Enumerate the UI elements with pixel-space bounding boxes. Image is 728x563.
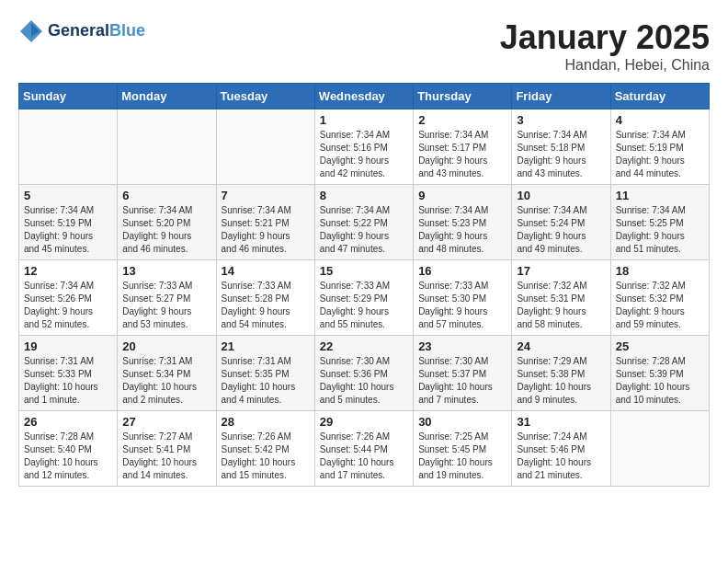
day-info: Sunrise: 7:30 AM Sunset: 5:36 PM Dayligh… xyxy=(320,355,408,407)
page-header: GeneralBlue January 2025 Handan, Hebei, … xyxy=(18,18,710,74)
calendar-cell: 12Sunrise: 7:34 AM Sunset: 5:26 PM Dayli… xyxy=(19,260,118,336)
calendar-cell: 21Sunrise: 7:31 AM Sunset: 5:35 PM Dayli… xyxy=(216,336,314,411)
day-number: 17 xyxy=(517,264,605,278)
calendar-cell: 27Sunrise: 7:27 AM Sunset: 5:41 PM Dayli… xyxy=(118,411,216,487)
day-info: Sunrise: 7:34 AM Sunset: 5:17 PM Dayligh… xyxy=(418,129,506,180)
calendar-cell: 18Sunrise: 7:32 AM Sunset: 5:32 PM Dayli… xyxy=(610,260,709,336)
weekday-header-wednesday: Wednesday xyxy=(314,84,413,109)
calendar-week-row: 19Sunrise: 7:31 AM Sunset: 5:33 PM Dayli… xyxy=(19,336,710,411)
weekday-header-row: SundayMondayTuesdayWednesdayThursdayFrid… xyxy=(19,84,710,109)
day-info: Sunrise: 7:29 AM Sunset: 5:38 PM Dayligh… xyxy=(517,355,605,407)
day-info: Sunrise: 7:34 AM Sunset: 5:19 PM Dayligh… xyxy=(24,204,112,256)
calendar-cell: 16Sunrise: 7:33 AM Sunset: 5:30 PM Dayli… xyxy=(414,260,512,336)
calendar-cell: 2Sunrise: 7:34 AM Sunset: 5:17 PM Daylig… xyxy=(414,109,512,185)
day-info: Sunrise: 7:34 AM Sunset: 5:22 PM Dayligh… xyxy=(320,204,408,256)
calendar-cell xyxy=(216,109,314,185)
day-number: 30 xyxy=(418,415,506,429)
day-number: 22 xyxy=(320,339,408,353)
day-info: Sunrise: 7:33 AM Sunset: 5:30 PM Dayligh… xyxy=(418,280,506,331)
calendar-week-row: 26Sunrise: 7:28 AM Sunset: 5:40 PM Dayli… xyxy=(19,411,710,487)
calendar-cell: 19Sunrise: 7:31 AM Sunset: 5:33 PM Dayli… xyxy=(19,336,118,411)
day-info: Sunrise: 7:34 AM Sunset: 5:21 PM Dayligh… xyxy=(222,204,310,256)
calendar-cell xyxy=(610,411,709,487)
day-number: 5 xyxy=(24,189,112,202)
day-info: Sunrise: 7:32 AM Sunset: 5:31 PM Dayligh… xyxy=(517,280,605,331)
day-info: Sunrise: 7:28 AM Sunset: 5:40 PM Dayligh… xyxy=(24,431,112,482)
day-number: 15 xyxy=(320,264,408,278)
day-info: Sunrise: 7:26 AM Sunset: 5:42 PM Dayligh… xyxy=(222,431,310,482)
day-number: 16 xyxy=(418,264,506,278)
calendar-week-row: 12Sunrise: 7:34 AM Sunset: 5:26 PM Dayli… xyxy=(19,260,710,336)
day-number: 21 xyxy=(222,339,310,353)
calendar-cell: 22Sunrise: 7:30 AM Sunset: 5:36 PM Dayli… xyxy=(314,336,413,411)
day-info: Sunrise: 7:32 AM Sunset: 5:32 PM Dayligh… xyxy=(616,280,704,331)
calendar-cell: 4Sunrise: 7:34 AM Sunset: 5:19 PM Daylig… xyxy=(610,109,709,185)
day-number: 7 xyxy=(222,189,310,202)
calendar-cell: 9Sunrise: 7:34 AM Sunset: 5:23 PM Daylig… xyxy=(414,185,512,260)
weekday-header-monday: Monday xyxy=(118,84,216,109)
day-number: 25 xyxy=(616,339,704,353)
day-info: Sunrise: 7:34 AM Sunset: 5:24 PM Dayligh… xyxy=(517,204,605,256)
day-number: 3 xyxy=(517,113,605,127)
day-number: 23 xyxy=(418,339,506,353)
day-info: Sunrise: 7:25 AM Sunset: 5:45 PM Dayligh… xyxy=(418,431,506,482)
calendar-cell: 20Sunrise: 7:31 AM Sunset: 5:34 PM Dayli… xyxy=(118,336,216,411)
calendar-cell: 7Sunrise: 7:34 AM Sunset: 5:21 PM Daylig… xyxy=(216,185,314,260)
calendar-cell: 10Sunrise: 7:34 AM Sunset: 5:24 PM Dayli… xyxy=(512,185,610,260)
calendar-cell: 17Sunrise: 7:32 AM Sunset: 5:31 PM Dayli… xyxy=(512,260,610,336)
day-info: Sunrise: 7:34 AM Sunset: 5:26 PM Dayligh… xyxy=(24,280,112,331)
calendar-cell: 28Sunrise: 7:26 AM Sunset: 5:42 PM Dayli… xyxy=(216,411,314,487)
day-number: 24 xyxy=(517,339,605,353)
calendar-cell: 14Sunrise: 7:33 AM Sunset: 5:28 PM Dayli… xyxy=(216,260,314,336)
calendar-cell: 30Sunrise: 7:25 AM Sunset: 5:45 PM Dayli… xyxy=(414,411,512,487)
calendar-cell: 31Sunrise: 7:24 AM Sunset: 5:46 PM Dayli… xyxy=(512,411,610,487)
calendar-cell: 3Sunrise: 7:34 AM Sunset: 5:18 PM Daylig… xyxy=(512,109,610,185)
calendar-cell: 1Sunrise: 7:34 AM Sunset: 5:16 PM Daylig… xyxy=(314,109,413,185)
weekday-header-sunday: Sunday xyxy=(19,84,118,109)
day-number: 2 xyxy=(418,113,506,127)
day-info: Sunrise: 7:34 AM Sunset: 5:19 PM Dayligh… xyxy=(616,129,704,180)
logo: GeneralBlue xyxy=(18,18,145,44)
day-number: 4 xyxy=(616,113,704,127)
day-number: 28 xyxy=(222,415,310,429)
day-info: Sunrise: 7:27 AM Sunset: 5:41 PM Dayligh… xyxy=(122,431,210,482)
day-info: Sunrise: 7:31 AM Sunset: 5:33 PM Dayligh… xyxy=(24,355,112,407)
day-number: 31 xyxy=(517,415,605,429)
day-info: Sunrise: 7:33 AM Sunset: 5:29 PM Dayligh… xyxy=(320,280,408,331)
day-number: 12 xyxy=(24,264,112,278)
weekday-header-tuesday: Tuesday xyxy=(216,84,314,109)
logo-icon xyxy=(18,18,44,44)
calendar-cell: 6Sunrise: 7:34 AM Sunset: 5:20 PM Daylig… xyxy=(118,185,216,260)
logo-text: GeneralBlue xyxy=(48,22,145,40)
day-info: Sunrise: 7:34 AM Sunset: 5:23 PM Dayligh… xyxy=(418,204,506,256)
day-info: Sunrise: 7:26 AM Sunset: 5:44 PM Dayligh… xyxy=(320,431,408,482)
day-number: 9 xyxy=(418,189,506,202)
day-number: 27 xyxy=(122,415,210,429)
day-info: Sunrise: 7:33 AM Sunset: 5:27 PM Dayligh… xyxy=(122,280,210,331)
day-number: 13 xyxy=(122,264,210,278)
day-number: 19 xyxy=(24,339,112,353)
calendar-cell: 26Sunrise: 7:28 AM Sunset: 5:40 PM Dayli… xyxy=(19,411,118,487)
calendar-cell: 29Sunrise: 7:26 AM Sunset: 5:44 PM Dayli… xyxy=(314,411,413,487)
day-info: Sunrise: 7:34 AM Sunset: 5:25 PM Dayligh… xyxy=(616,204,704,256)
day-info: Sunrise: 7:34 AM Sunset: 5:16 PM Dayligh… xyxy=(320,129,408,180)
day-info: Sunrise: 7:28 AM Sunset: 5:39 PM Dayligh… xyxy=(616,355,704,407)
day-number: 10 xyxy=(517,189,605,202)
calendar-cell: 5Sunrise: 7:34 AM Sunset: 5:19 PM Daylig… xyxy=(19,185,118,260)
day-number: 26 xyxy=(24,415,112,429)
weekday-header-thursday: Thursday xyxy=(414,84,512,109)
day-info: Sunrise: 7:31 AM Sunset: 5:35 PM Dayligh… xyxy=(222,355,310,407)
calendar-cell: 11Sunrise: 7:34 AM Sunset: 5:25 PM Dayli… xyxy=(610,185,709,260)
day-number: 29 xyxy=(320,415,408,429)
calendar-table: SundayMondayTuesdayWednesdayThursdayFrid… xyxy=(18,83,710,487)
calendar-cell: 15Sunrise: 7:33 AM Sunset: 5:29 PM Dayli… xyxy=(314,260,413,336)
day-number: 8 xyxy=(320,189,408,202)
day-info: Sunrise: 7:30 AM Sunset: 5:37 PM Dayligh… xyxy=(418,355,506,407)
day-number: 6 xyxy=(122,189,210,202)
day-info: Sunrise: 7:31 AM Sunset: 5:34 PM Dayligh… xyxy=(122,355,210,407)
day-number: 1 xyxy=(320,113,408,127)
title-block: January 2025 Handan, Hebei, China xyxy=(500,18,710,74)
location-subtitle: Handan, Hebei, China xyxy=(500,57,710,74)
weekday-header-friday: Friday xyxy=(512,84,610,109)
calendar-week-row: 5Sunrise: 7:34 AM Sunset: 5:19 PM Daylig… xyxy=(19,185,710,260)
